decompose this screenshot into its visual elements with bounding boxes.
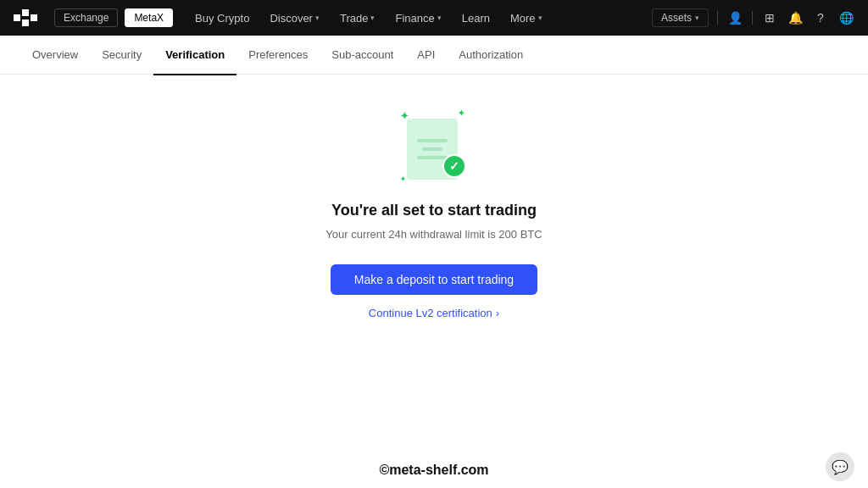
divider	[717, 11, 718, 25]
svg-rect-1	[22, 9, 29, 16]
tab-preferences[interactable]: Preferences	[236, 36, 320, 75]
orders-icon[interactable]: ⊞	[761, 9, 778, 26]
footer-copyright: ©meta-shelf.com	[0, 463, 868, 478]
continue-certification-link[interactable]: Continue Lv2 certification ›	[369, 307, 499, 319]
svg-rect-0	[14, 14, 20, 21]
trade-chevron-icon: ▾	[370, 14, 375, 22]
discover-chevron-icon: ▾	[315, 14, 320, 22]
finance-link[interactable]: Finance ▾	[387, 8, 449, 28]
withdrawal-info: Your current 24h withdrawal limit is 200…	[326, 228, 542, 241]
tab-api[interactable]: API	[405, 36, 447, 75]
help-icon[interactable]: ?	[812, 9, 829, 26]
exchange-tab[interactable]: Exchange	[54, 8, 118, 27]
assets-button[interactable]: Assets ▾	[652, 8, 709, 27]
continue-arrow-icon: ›	[496, 307, 499, 319]
learn-link[interactable]: Learn	[453, 8, 498, 28]
more-chevron-icon: ▾	[538, 14, 542, 22]
buy-crypto-link[interactable]: Buy Crypto	[186, 8, 258, 28]
doc-line-3	[417, 156, 448, 159]
verification-illustration: ✦ ✦ ✦ ✓	[400, 108, 468, 185]
divider2	[752, 11, 753, 25]
metax-tab[interactable]: MetaX	[125, 8, 173, 27]
sparkle-icon-bl: ✦	[400, 175, 406, 183]
trade-link[interactable]: Trade ▾	[331, 8, 383, 28]
bell-icon[interactable]: 🔔	[787, 9, 804, 26]
assets-chevron-icon: ▾	[695, 14, 699, 22]
finance-chevron-icon: ▾	[437, 14, 442, 22]
svg-rect-2	[22, 19, 29, 26]
nav-links: Buy Crypto Discover ▾ Trade ▾ Finance ▾ …	[186, 8, 551, 28]
doc-line-1	[417, 139, 448, 142]
svg-rect-3	[31, 14, 37, 21]
tab-sub-account[interactable]: Sub-account	[320, 36, 405, 75]
discover-link[interactable]: Discover ▾	[261, 8, 328, 28]
doc-line-2	[422, 147, 442, 151]
sub-nav: Overview Security Verification Preferenc…	[0, 36, 868, 75]
user-icon[interactable]: 👤	[726, 9, 743, 26]
sparkle-icon-tr: ✦	[458, 108, 465, 118]
check-badge-icon: ✓	[442, 154, 466, 178]
deposit-button[interactable]: Make a deposit to start trading	[331, 264, 537, 295]
main-content: ✦ ✦ ✦ ✓ You're all set to start trading …	[0, 75, 868, 336]
globe-icon[interactable]: 🌐	[837, 9, 854, 26]
tab-verification[interactable]: Verification	[153, 36, 236, 75]
top-nav: Exchange MetaX Buy Crypto Discover ▾ Tra…	[0, 0, 868, 36]
chat-bubble-button[interactable]: 💬	[826, 452, 854, 481]
more-link[interactable]: More ▾	[502, 8, 551, 28]
logo[interactable]	[14, 9, 44, 26]
nav-right: Assets ▾ 👤 ⊞ 🔔 ? 🌐	[652, 8, 854, 27]
chat-icon: 💬	[832, 459, 849, 475]
tab-authorization[interactable]: Authorization	[447, 36, 535, 75]
tab-security[interactable]: Security	[90, 36, 153, 75]
ready-title: You're all set to start trading	[331, 202, 537, 219]
tab-overview[interactable]: Overview	[20, 36, 90, 75]
